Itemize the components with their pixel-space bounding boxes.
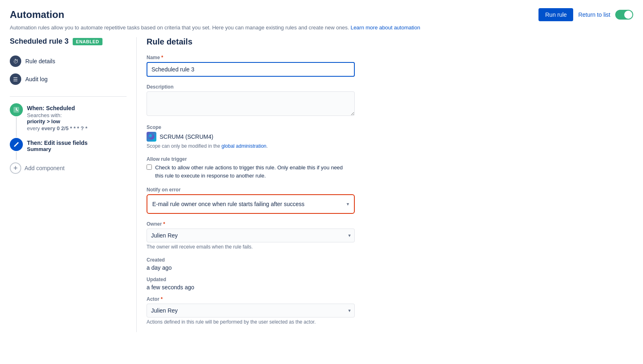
global-admin-link[interactable]: global administration <box>221 143 266 149</box>
created-value: a day ago <box>147 264 633 271</box>
actor-label: Actor * <box>147 296 633 302</box>
scope-row: SCRUM4 (SCRUM4) <box>147 132 633 142</box>
notify-box: E-mail rule owner once when rule starts … <box>147 194 355 214</box>
return-to-list-button[interactable]: Return to list <box>578 11 610 18</box>
component-line <box>10 103 23 138</box>
sidebar: Scheduled rule 3 ENABLED ⏱ Rule details … <box>10 37 136 332</box>
rule-details-icon: ⏱ <box>10 55 21 67</box>
run-rule-button[interactable]: Run rule <box>538 8 573 21</box>
svg-point-3 <box>149 134 154 140</box>
connector-line <box>16 117 17 137</box>
edit-detail: Summary <box>27 146 127 152</box>
updated-label: Updated <box>147 277 633 282</box>
name-label: Name * <box>147 55 633 60</box>
add-component-row[interactable]: + Add component <box>10 162 127 174</box>
created-section: Created a day ago <box>147 257 633 271</box>
when-scheduled-component[interactable]: When: Scheduled Searches with: priority … <box>10 103 127 138</box>
sidebar-divider <box>10 96 127 97</box>
page-subtitle: Automation rules allow you to automate r… <box>10 24 633 31</box>
edit-content: Then: Edit issue fields Summary <box>27 138 127 161</box>
sidebar-item-audit-log[interactable]: ☰ Audit log <box>10 70 127 88</box>
actor-field: Actor * Julien Rey ▾ Actions defined in … <box>147 296 633 325</box>
section-title: Rule details <box>147 37 633 47</box>
edit-title: Then: Edit issue fields <box>27 140 127 146</box>
header-actions: Run rule Return to list <box>538 8 633 21</box>
connector-line2 <box>16 152 17 160</box>
actor-dropdown[interactable]: Julien Rey <box>147 304 355 317</box>
sidebar-nav: ⏱ Rule details ☰ Audit log <box>10 52 127 88</box>
name-field: Name * <box>147 55 633 77</box>
add-component-icon: + <box>10 162 21 174</box>
rule-enabled-toggle[interactable] <box>615 10 633 20</box>
allow-trigger-label: Allow rule trigger <box>147 156 633 162</box>
scheduled-detail2: every every 0 2/5 * * * ? * <box>27 125 127 131</box>
notify-dropdown-wrapper: E-mail rule owner once when rule starts … <box>152 199 349 209</box>
enabled-badge: ENABLED <box>73 38 102 45</box>
owner-required: * <box>162 221 165 227</box>
add-component-label: Add component <box>24 165 65 171</box>
scheduled-detail1: priority > low <box>27 118 127 124</box>
scheduled-title: When: Scheduled <box>27 105 127 111</box>
component-line2 <box>10 138 23 161</box>
created-label: Created <box>147 257 633 263</box>
description-input[interactable] <box>147 91 355 116</box>
owner-dropdown[interactable]: Julien Rey <box>147 229 355 242</box>
scheduled-content: When: Scheduled Searches with: priority … <box>27 103 127 138</box>
allow-trigger-text: Check to allow other rule actions to tri… <box>155 164 351 180</box>
updated-section: Updated a few seconds ago <box>147 277 633 291</box>
updated-value: a few seconds ago <box>147 284 633 291</box>
scheduled-icon <box>10 103 23 116</box>
rule-name: Scheduled rule 3 <box>10 37 69 46</box>
description-field: Description <box>147 84 633 117</box>
scope-project-icon <box>147 132 156 142</box>
rule-name-header: Scheduled rule 3 ENABLED <box>10 37 127 46</box>
name-required: * <box>160 55 163 60</box>
learn-more-link[interactable]: Learn more about automation <box>351 24 421 31</box>
rule-details-label: Rule details <box>25 58 55 64</box>
scope-project-name: SCRUM4 (SCRUM4) <box>160 133 213 140</box>
owner-note: The owner will receive emails when the r… <box>147 244 633 250</box>
page-title: Automation <box>10 9 64 20</box>
then-edit-component[interactable]: Then: Edit issue fields Summary <box>10 138 127 161</box>
notify-label: Notify on error <box>147 187 633 193</box>
allow-trigger-row: Check to allow other rule actions to tri… <box>147 164 633 180</box>
actor-required: * <box>159 296 162 302</box>
owner-field: Owner * Julien Rey ▾ The owner will rece… <box>147 221 633 250</box>
sidebar-item-rule-details[interactable]: ⏱ Rule details <box>10 52 127 70</box>
scheduled-subtitle: Searches with: <box>27 112 127 118</box>
audit-log-label: Audit log <box>25 76 47 82</box>
scope-note: Scope can only be modified in the global… <box>147 143 633 149</box>
audit-log-icon: ☰ <box>10 73 21 85</box>
scope-field: Scope SCRUM4 (SC <box>147 124 633 149</box>
main-content: Rule details Name * Description Scope <box>136 37 633 332</box>
allow-trigger-field: Allow rule trigger Check to allow other … <box>147 156 633 180</box>
scope-label: Scope <box>147 124 633 130</box>
notify-field: Notify on error E-mail rule owner once w… <box>147 187 633 214</box>
notify-dropdown[interactable]: E-mail rule owner once when rule starts … <box>152 199 349 209</box>
actor-note: Actions defined in this rule will be per… <box>147 319 633 325</box>
edit-icon <box>10 138 23 151</box>
name-input[interactable] <box>147 62 355 77</box>
description-label: Description <box>147 84 633 90</box>
owner-label: Owner * <box>147 221 633 227</box>
actor-dropdown-wrapper: Julien Rey ▾ <box>147 304 355 317</box>
owner-dropdown-wrapper: Julien Rey ▾ <box>147 229 355 242</box>
allow-trigger-checkbox[interactable] <box>147 164 152 170</box>
